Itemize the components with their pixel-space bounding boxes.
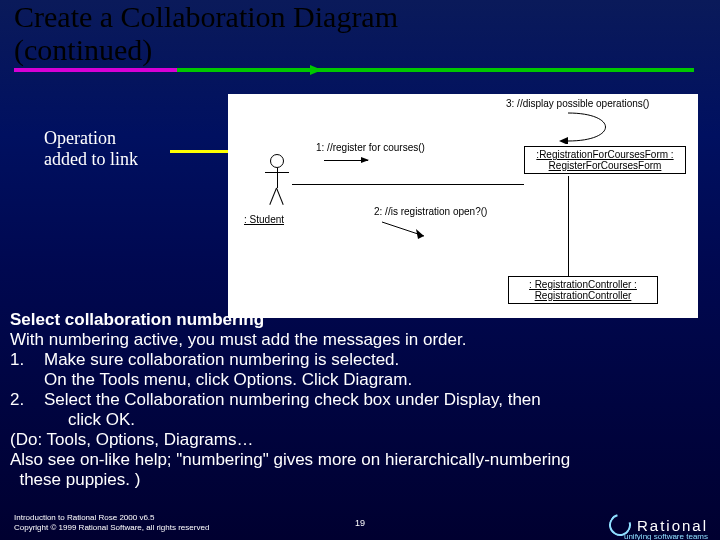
title-line-1: Create a Collaboration Diagram [14, 0, 398, 33]
instructions-block: Select collaboration numbering With numb… [10, 310, 710, 490]
title-line-2: (continued) [14, 33, 152, 66]
instructions-intro: With numbering active, you must add the … [10, 330, 710, 350]
svg-marker-2 [416, 229, 424, 239]
step-1-detail: On the Tools menu, click Options. Click … [10, 370, 710, 390]
logo-brand: Rational [637, 517, 708, 534]
form-object: :RegistrationForCoursesForm : RegisterFo… [524, 146, 686, 174]
rational-logo: Rational unifying software teams [609, 514, 708, 536]
link-student-form [292, 184, 524, 185]
step-1: 1.Make sure collaboration numbering is s… [10, 350, 710, 370]
step-2-detail: click OK. [10, 410, 710, 430]
student-actor [262, 154, 292, 212]
self-message-arrow [528, 108, 648, 144]
logo-tagline: unifying software teams [624, 532, 708, 540]
footer-copyright: Copyright © 1999 Rational Software, all … [14, 523, 209, 533]
also-note: Also see on-like help; "numbering" gives… [10, 450, 710, 470]
do-note: (Do: Tools, Options, Diagrams… [10, 430, 710, 450]
controller-object: : RegistrationController : RegistrationC… [508, 276, 658, 304]
message-1: 1: //register for courses() [316, 142, 425, 153]
svg-marker-0 [559, 137, 568, 144]
annotation-text: Operation added to link [44, 128, 138, 169]
arrow-message-2 [378, 218, 434, 240]
title-underline [0, 68, 720, 78]
student-label: : Student [244, 214, 284, 225]
page-number: 19 [355, 518, 365, 528]
puppies-note: these puppies. ) [10, 470, 710, 490]
instructions-heading: Select collaboration numbering [10, 310, 710, 330]
link-form-controller [568, 176, 569, 276]
message-2: 2: //is registration open?() [374, 206, 487, 217]
collaboration-diagram: 3: //display possible operations() 1: //… [228, 94, 698, 318]
arrow-message-1 [324, 160, 368, 161]
footer-course: Introduction to Rational Rose 2000 v6.5 [14, 513, 209, 523]
step-2: 2.Select the Collaboration numbering che… [10, 390, 710, 410]
footer: Introduction to Rational Rose 2000 v6.5 … [0, 506, 720, 540]
